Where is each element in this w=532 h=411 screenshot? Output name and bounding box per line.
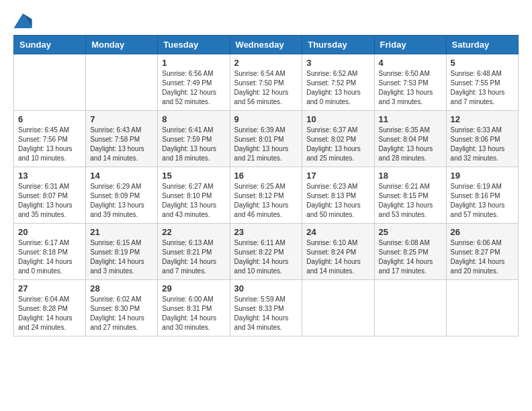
day-number: 16 [234,171,298,181]
calendar-cell: 3Sunrise: 6:52 AM Sunset: 7:52 PM Daylig… [302,54,374,111]
calendar-cell: 16Sunrise: 6:25 AM Sunset: 8:12 PM Dayli… [230,167,302,224]
calendar-cell: 28Sunrise: 6:02 AM Sunset: 8:30 PM Dayli… [86,280,158,336]
calendar-cell: 25Sunrise: 6:08 AM Sunset: 8:25 PM Dayli… [374,224,446,280]
day-number: 15 [162,171,225,181]
day-info: Sunrise: 6:31 AM Sunset: 8:07 PM Dayligh… [18,182,81,220]
day-number: 29 [162,283,225,293]
day-info: Sunrise: 6:37 AM Sunset: 8:02 PM Dayligh… [306,126,369,163]
calendar-week-1: 1Sunrise: 6:56 AM Sunset: 7:49 PM Daylig… [14,54,519,111]
calendar-cell: 19Sunrise: 6:19 AM Sunset: 8:16 PM Dayli… [446,167,518,224]
day-number: 5 [451,58,514,68]
day-number: 10 [306,114,369,124]
weekday-header-thursday: Thursday [302,36,374,54]
day-info: Sunrise: 6:25 AM Sunset: 8:12 PM Dayligh… [234,182,298,220]
day-number: 6 [18,114,81,124]
day-info: Sunrise: 6:06 AM Sunset: 8:27 PM Dayligh… [451,238,514,276]
day-number: 9 [234,114,298,124]
calendar-table: SundayMondayTuesdayWednesdayThursdayFrid… [13,35,519,336]
calendar-cell: 7Sunrise: 6:43 AM Sunset: 7:58 PM Daylig… [86,111,158,167]
day-number: 18 [379,171,442,181]
calendar-cell: 29Sunrise: 6:00 AM Sunset: 8:31 PM Dayli… [158,280,230,336]
calendar-cell: 1Sunrise: 6:56 AM Sunset: 7:49 PM Daylig… [158,54,230,111]
day-info: Sunrise: 6:15 AM Sunset: 8:19 PM Dayligh… [90,238,153,276]
day-number: 22 [162,227,225,237]
calendar-cell [302,280,374,336]
day-number: 21 [90,227,153,237]
day-info: Sunrise: 6:21 AM Sunset: 8:15 PM Dayligh… [379,182,442,220]
calendar-cell: 9Sunrise: 6:39 AM Sunset: 8:01 PM Daylig… [230,111,302,167]
day-info: Sunrise: 6:41 AM Sunset: 7:59 PM Dayligh… [162,126,225,163]
calendar-cell: 2Sunrise: 6:54 AM Sunset: 7:50 PM Daylig… [230,54,302,111]
day-number: 25 [379,227,442,237]
day-info: Sunrise: 6:13 AM Sunset: 8:21 PM Dayligh… [162,238,225,276]
day-info: Sunrise: 6:02 AM Sunset: 8:30 PM Dayligh… [90,295,153,332]
calendar-cell [86,54,158,111]
day-info: Sunrise: 6:00 AM Sunset: 8:31 PM Dayligh… [162,295,225,332]
day-number: 12 [451,114,514,124]
calendar-cell [14,54,86,111]
weekday-header-saturday: Saturday [446,36,518,54]
calendar-cell: 17Sunrise: 6:23 AM Sunset: 8:13 PM Dayli… [302,167,374,224]
day-number: 7 [90,114,153,124]
calendar-cell: 10Sunrise: 6:37 AM Sunset: 8:02 PM Dayli… [302,111,374,167]
day-info: Sunrise: 6:08 AM Sunset: 8:25 PM Dayligh… [379,238,442,276]
calendar-cell: 30Sunrise: 5:59 AM Sunset: 8:33 PM Dayli… [230,280,302,336]
calendar-cell: 6Sunrise: 6:45 AM Sunset: 7:56 PM Daylig… [14,111,86,167]
calendar-cell [446,280,518,336]
day-number: 13 [18,171,81,181]
day-number: 4 [379,58,442,68]
calendar-cell: 26Sunrise: 6:06 AM Sunset: 8:27 PM Dayli… [446,224,518,280]
day-info: Sunrise: 6:56 AM Sunset: 7:49 PM Dayligh… [162,69,225,107]
day-info: Sunrise: 6:52 AM Sunset: 7:52 PM Dayligh… [306,69,369,107]
calendar-cell: 24Sunrise: 6:10 AM Sunset: 8:24 PM Dayli… [302,224,374,280]
day-number: 17 [306,171,369,181]
day-number: 3 [306,58,369,68]
page-header [13,13,519,28]
day-info: Sunrise: 6:43 AM Sunset: 7:58 PM Dayligh… [90,126,153,163]
calendar-cell: 11Sunrise: 6:35 AM Sunset: 8:04 PM Dayli… [374,111,446,167]
day-number: 24 [306,227,369,237]
day-number: 23 [234,227,298,237]
day-number: 20 [18,227,81,237]
calendar-cell: 8Sunrise: 6:41 AM Sunset: 7:59 PM Daylig… [158,111,230,167]
day-number: 14 [90,171,153,181]
calendar-week-5: 27Sunrise: 6:04 AM Sunset: 8:28 PM Dayli… [14,280,519,336]
day-number: 27 [18,283,81,293]
weekday-header-sunday: Sunday [14,36,86,54]
weekday-header-row: SundayMondayTuesdayWednesdayThursdayFrid… [14,36,519,54]
weekday-header-friday: Friday [374,36,446,54]
day-number: 1 [162,58,225,68]
day-info: Sunrise: 6:11 AM Sunset: 8:22 PM Dayligh… [234,238,298,276]
weekday-header-monday: Monday [86,36,158,54]
day-number: 26 [451,227,514,237]
day-info: Sunrise: 6:48 AM Sunset: 7:55 PM Dayligh… [451,69,514,107]
day-number: 8 [162,114,225,124]
calendar-cell: 4Sunrise: 6:50 AM Sunset: 7:53 PM Daylig… [374,54,446,111]
day-info: Sunrise: 6:39 AM Sunset: 8:01 PM Dayligh… [234,126,298,163]
day-info: Sunrise: 6:17 AM Sunset: 8:18 PM Dayligh… [18,238,81,276]
day-info: Sunrise: 6:19 AM Sunset: 8:16 PM Dayligh… [451,182,514,220]
day-info: Sunrise: 6:33 AM Sunset: 8:06 PM Dayligh… [451,126,514,163]
logo-icon [13,13,32,28]
day-number: 30 [234,283,298,293]
day-info: Sunrise: 5:59 AM Sunset: 8:33 PM Dayligh… [234,295,298,332]
day-info: Sunrise: 6:50 AM Sunset: 7:53 PM Dayligh… [379,69,442,107]
day-info: Sunrise: 6:29 AM Sunset: 8:09 PM Dayligh… [90,182,153,220]
calendar-cell: 5Sunrise: 6:48 AM Sunset: 7:55 PM Daylig… [446,54,518,111]
calendar-cell: 27Sunrise: 6:04 AM Sunset: 8:28 PM Dayli… [14,280,86,336]
calendar-cell: 18Sunrise: 6:21 AM Sunset: 8:15 PM Dayli… [374,167,446,224]
day-info: Sunrise: 6:35 AM Sunset: 8:04 PM Dayligh… [379,126,442,163]
calendar-week-2: 6Sunrise: 6:45 AM Sunset: 7:56 PM Daylig… [14,111,519,167]
calendar-cell: 21Sunrise: 6:15 AM Sunset: 8:19 PM Dayli… [86,224,158,280]
day-info: Sunrise: 6:10 AM Sunset: 8:24 PM Dayligh… [306,238,369,276]
calendar-cell: 15Sunrise: 6:27 AM Sunset: 8:10 PM Dayli… [158,167,230,224]
day-info: Sunrise: 6:45 AM Sunset: 7:56 PM Dayligh… [18,126,81,163]
calendar-cell: 22Sunrise: 6:13 AM Sunset: 8:21 PM Dayli… [158,224,230,280]
calendar-cell: 20Sunrise: 6:17 AM Sunset: 8:18 PM Dayli… [14,224,86,280]
calendar-cell: 13Sunrise: 6:31 AM Sunset: 8:07 PM Dayli… [14,167,86,224]
day-info: Sunrise: 6:23 AM Sunset: 8:13 PM Dayligh… [306,182,369,220]
calendar-week-4: 20Sunrise: 6:17 AM Sunset: 8:18 PM Dayli… [14,224,519,280]
day-number: 19 [451,171,514,181]
weekday-header-tuesday: Tuesday [158,36,230,54]
day-info: Sunrise: 6:54 AM Sunset: 7:50 PM Dayligh… [234,69,298,107]
